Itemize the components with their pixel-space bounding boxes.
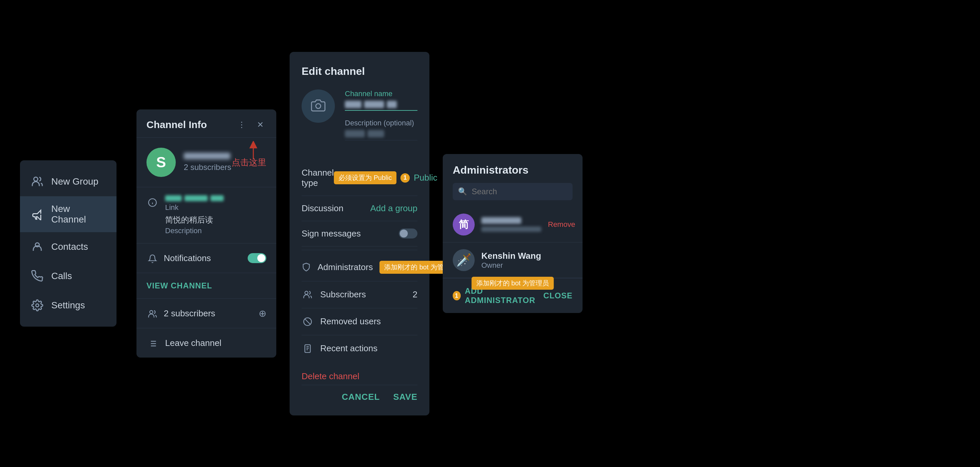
admins-header: Administrators 🔍 [443,154,582,207]
link-label: Link [165,203,178,211]
administrators-panel: Administrators 🔍 简 Remove Kenshin Wang O… [443,154,582,313]
svg-point-2 [36,304,39,307]
sidebar-item-label: New Group [51,176,99,187]
removed-users-label: Removed users [320,316,381,327]
subscribers-edit-label: Subscribers [320,289,366,300]
cancel-button[interactable]: CANCEL [342,392,380,402]
channel-type-value[interactable]: Public [414,173,438,183]
panel-header: Channel Info ⋮ ✕ [137,110,276,138]
description-optional-label: Description (optional) [345,119,417,127]
discussion-row[interactable]: Discussion Add a group [302,196,417,221]
admin-item-2: Kenshin Wang Owner [443,243,582,278]
recent-actions-label: Recent actions [320,343,377,354]
leave-channel-label: Leave channel [165,338,221,348]
channel-type-label: Channel type [302,168,334,188]
svg-point-15 [305,291,308,294]
edit-avatar-button[interactable] [302,89,335,123]
recent-actions-row[interactable]: Recent actions [302,335,417,362]
channel-subscribers: 2 subscribers [184,163,231,172]
info-circle-icon [146,197,158,208]
admins-title: Administrators [453,164,573,176]
sign-messages-label: Sign messages [302,229,361,239]
megaphone-icon [30,207,45,222]
channel-type-badge: 1 [401,173,410,183]
channel-type-tooltip: 必须设置为 Public [334,171,396,184]
blocked-icon [302,316,313,328]
panel-header-actions: ⋮ ✕ [236,119,266,131]
admin-avatar-1: 简 [453,214,475,235]
search-box[interactable]: 🔍 [453,183,573,200]
admin-name-blurred [481,217,521,224]
admin-avatar-kenshin [453,249,475,271]
sign-messages-toggle[interactable] [399,229,417,238]
search-icon: 🔍 [458,187,467,196]
channel-type-row[interactable]: Channel type 必须设置为 Public 1 Public [302,160,417,196]
sidebar-item-label: Contacts [51,241,88,252]
leave-channel-row[interactable]: Leave channel [137,328,276,357]
phone-icon [30,269,45,283]
notifications-toggle[interactable] [248,253,266,263]
save-button[interactable]: SAVE [393,392,417,402]
sidebar: New Group New Channel Contacts Calls Set… [20,160,116,327]
removed-users-row[interactable]: Removed users [302,308,417,335]
subscribers-edit-row[interactable]: Subscribers 2 [302,281,417,308]
svg-point-0 [34,177,38,181]
people-icon [30,174,45,189]
remove-admin-button[interactable]: Remove [548,220,575,229]
channel-name-block: 2 subscribers [184,152,231,172]
sign-messages-row[interactable]: Sign messages [302,221,417,246]
description-label: Description [165,227,202,235]
sidebar-item-new-group[interactable]: New Group [20,167,116,196]
recent-actions-icon [302,343,313,354]
subscribers-edit-count: 2 [413,289,417,300]
list-icon [146,338,158,349]
subscribers-edit-icon [302,289,313,301]
svg-point-14 [316,103,321,108]
description-value: 简悦的稍后读 [165,215,213,224]
close-panel-icon[interactable]: ✕ [254,119,266,131]
shield-icon [302,261,311,273]
sidebar-item-label: Calls [51,271,72,281]
sidebar-item-calls[interactable]: Calls [20,261,116,291]
subscribers-icon [146,308,158,320]
notifications-row: Notifications [137,243,276,273]
channel-name-blurred [184,152,231,159]
bell-icon [146,253,158,265]
delete-channel-button[interactable]: Delete channel [302,371,359,381]
footer-tooltip: 添加刚才的 bot 为管理员 [472,277,554,290]
add-member-icon[interactable]: ⊕ [259,308,266,319]
sidebar-item-settings[interactable]: Settings [20,291,116,320]
channel-name-input[interactable] [345,101,417,108]
edit-channel-footer: CANCEL SAVE [302,385,417,402]
channel-info-panel: Channel Info ⋮ ✕ S 2 subscribers 点击这里 [137,110,276,357]
camera-icon [311,98,326,114]
svg-point-7 [150,311,153,314]
edit-panel-title: Edit channel [302,65,417,78]
administrators-row[interactable]: Administrators 添加刚才的 bot 为管理员 2 2 [302,253,417,281]
admin-role-kenshin: Owner [481,261,573,270]
panel-title: Channel Info [146,119,207,130]
delete-channel-row[interactable]: Delete channel [302,362,417,385]
notifications-label: Notifications [164,253,211,264]
search-input[interactable] [472,187,567,196]
admin-name-kenshin: Kenshin Wang [481,251,573,261]
view-channel-button[interactable]: VIEW CHANNEL [146,281,212,290]
discussion-label: Discussion [302,203,344,214]
admin-detail-blurred [481,227,541,232]
edit-channel-panel: Edit channel Channel name Description (o… [290,52,430,415]
subscribers-label: 2 subscribers [164,308,215,319]
svg-line-17 [305,319,310,324]
sidebar-item-label: New Channel [51,203,107,225]
discussion-value[interactable]: Add a group [370,203,417,214]
person-icon [30,240,45,254]
channel-avatar: S [146,148,176,177]
click-here-label: 点击这里 [232,157,266,168]
sidebar-item-new-channel[interactable]: New Channel [20,196,116,232]
admin-item-1: 简 Remove [443,207,582,243]
sidebar-item-contacts[interactable]: Contacts [20,232,116,261]
add-admin-badge: 1 [453,291,461,300]
close-button[interactable]: CLOSE [543,291,573,300]
channel-link-row: Link 简悦的稍后读 Description [137,187,276,243]
description-input[interactable] [345,130,417,137]
more-options-icon[interactable]: ⋮ [236,119,248,131]
